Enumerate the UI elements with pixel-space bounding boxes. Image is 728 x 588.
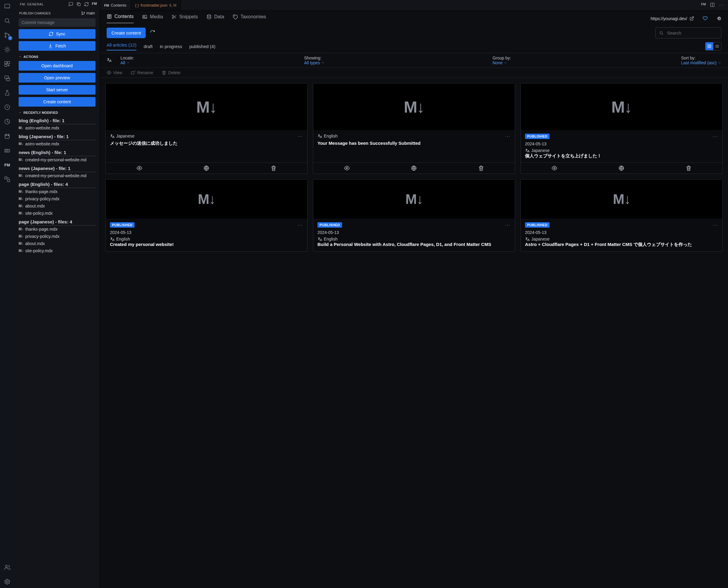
recent-file[interactable]: M↓about.mdx bbox=[19, 203, 96, 210]
content-card[interactable]: M↓English···Your Message has been Succes… bbox=[313, 83, 515, 174]
recent-group-title[interactable]: news (Japanese) - file: 1 bbox=[19, 163, 96, 172]
create-content-side-button[interactable]: Create content bbox=[19, 97, 96, 107]
recent-group-title[interactable]: page (Japanese) - files: 4 bbox=[19, 217, 96, 226]
timeline-icon[interactable] bbox=[3, 118, 11, 126]
recent-file[interactable]: M↓thanks-page.mdx bbox=[19, 226, 96, 233]
filter-published[interactable]: published (4) bbox=[189, 44, 215, 49]
op-rename[interactable]: Rename bbox=[131, 70, 153, 75]
content-card[interactable]: M↓PUBLISHED···2024-05-13JapaneseAstro + … bbox=[520, 179, 723, 251]
remote-icon[interactable] bbox=[3, 75, 11, 82]
settings-icon[interactable] bbox=[3, 578, 11, 586]
extensions-icon[interactable] bbox=[3, 60, 11, 68]
filter-all[interactable]: All articles (12) bbox=[107, 42, 136, 50]
search-icon[interactable] bbox=[3, 17, 11, 25]
split-icon[interactable] bbox=[710, 2, 715, 8]
card-more-icon[interactable]: ··· bbox=[298, 223, 303, 227]
nav-data[interactable]: Data bbox=[206, 14, 224, 23]
card-delete-icon[interactable] bbox=[686, 165, 692, 171]
site-link[interactable]: https://younagi.dev/ bbox=[651, 16, 694, 21]
recent-file[interactable]: M↓site-policy.mdx bbox=[19, 210, 96, 217]
card-globe-icon[interactable] bbox=[203, 165, 209, 171]
content-card[interactable]: M↓PUBLISHED···2024-05-13EnglishCreated m… bbox=[105, 179, 308, 251]
fm-small-icon[interactable]: FM bbox=[92, 2, 97, 7]
card-view-icon[interactable] bbox=[344, 165, 350, 171]
filter-progress[interactable]: in progress bbox=[160, 44, 182, 49]
card-delete-icon[interactable] bbox=[271, 165, 277, 171]
robot-icon[interactable] bbox=[3, 132, 11, 140]
fetch-button[interactable]: Fetch bbox=[19, 41, 96, 51]
accounts-icon[interactable] bbox=[3, 563, 11, 571]
card-delete-icon[interactable] bbox=[478, 165, 484, 171]
markdown-icon: M↓ bbox=[19, 197, 23, 201]
create-content-button[interactable]: Create content bbox=[107, 28, 146, 38]
card-view-icon[interactable] bbox=[136, 165, 142, 171]
locale-select[interactable]: All bbox=[121, 60, 136, 65]
content-card[interactable]: M↓PUBLISHED···2024-05-13EnglishBuild a P… bbox=[313, 179, 515, 251]
nav-media[interactable]: Media bbox=[142, 14, 163, 23]
nav-taxonomies[interactable]: Taxonomies bbox=[233, 14, 266, 23]
more-icon[interactable]: ··· bbox=[719, 2, 724, 8]
card-more-icon[interactable]: ··· bbox=[298, 134, 303, 139]
recent-file[interactable]: M↓created-my-personal-website.md bbox=[19, 172, 96, 179]
debug-icon[interactable] bbox=[3, 46, 11, 54]
fm-icon[interactable]: FM bbox=[3, 161, 11, 169]
start-server-button[interactable]: Start server bbox=[19, 85, 96, 94]
recent-group-title[interactable]: blog (Japanese) - file: 1 bbox=[19, 131, 96, 140]
recent-file[interactable]: M↓astro-website.mdx bbox=[19, 140, 96, 147]
card-more-icon[interactable]: ··· bbox=[713, 134, 718, 139]
op-delete[interactable]: Delete bbox=[162, 70, 180, 75]
group-select[interactable]: None bbox=[493, 60, 513, 65]
recent-file[interactable]: M↓thanks-page.mdx bbox=[19, 188, 96, 195]
container-icon[interactable] bbox=[3, 147, 11, 154]
search-input[interactable] bbox=[666, 30, 717, 36]
clock-icon[interactable] bbox=[3, 103, 11, 111]
tab-contents[interactable]: FM Contents bbox=[100, 0, 131, 10]
branch-indicator[interactable]: main bbox=[81, 11, 95, 15]
open-dashboard-button[interactable]: Open dashboard bbox=[19, 61, 96, 70]
commit-message-input[interactable]: Commit message bbox=[19, 18, 96, 27]
open-preview-button[interactable]: Open preview bbox=[19, 73, 96, 83]
card-more-icon[interactable]: ··· bbox=[505, 223, 511, 227]
fm-tool-icon[interactable]: FM bbox=[701, 2, 706, 8]
explorer-icon[interactable] bbox=[3, 2, 11, 10]
content-card[interactable]: M↓Japanese···メッセージの送信に成功しました bbox=[105, 83, 308, 174]
settings-gear-icon[interactable] bbox=[716, 16, 721, 22]
grid-view-icon[interactable] bbox=[706, 42, 713, 50]
panel-icon[interactable] bbox=[3, 175, 11, 183]
nav-contents[interactable]: Contents bbox=[107, 14, 134, 23]
beaker-icon[interactable] bbox=[3, 89, 11, 97]
nav-snippets[interactable]: Snippets bbox=[171, 14, 198, 23]
recent-group-title[interactable]: blog (English) - file: 1 bbox=[19, 115, 96, 124]
card-globe-icon[interactable] bbox=[411, 165, 417, 171]
card-more-icon[interactable]: ··· bbox=[505, 134, 511, 139]
recent-file[interactable]: M↓privacy-policy.mdx bbox=[19, 233, 96, 240]
filter-draft[interactable]: draft bbox=[144, 44, 152, 49]
recent-group-title[interactable]: page (English) - files: 4 bbox=[19, 179, 96, 188]
recent-group-title[interactable]: news (English) - file: 1 bbox=[19, 147, 96, 156]
heart-icon[interactable] bbox=[703, 15, 708, 22]
recent-file[interactable]: M↓about.mdx bbox=[19, 240, 96, 247]
card-title: 個人ウェブサイトを立ち上げました！ bbox=[525, 153, 718, 159]
card-view-icon[interactable] bbox=[552, 165, 557, 171]
refresh-icon[interactable] bbox=[84, 2, 89, 7]
card-more-icon[interactable]: ··· bbox=[713, 223, 718, 227]
card-globe-icon[interactable] bbox=[618, 165, 624, 171]
refresh-content-icon[interactable] bbox=[150, 30, 155, 36]
op-view[interactable]: View bbox=[107, 70, 122, 75]
content-card[interactable]: M↓PUBLISHED···2024-05-13Japanese個人ウェブサイト… bbox=[520, 83, 723, 174]
sync-button[interactable]: Sync bbox=[19, 29, 96, 39]
actions-collapsible[interactable]: ACTIONS bbox=[15, 52, 100, 60]
recent-collapsible[interactable]: RECENTLY MODIFIED bbox=[15, 108, 100, 115]
recent-file[interactable]: M↓privacy-policy.mdx bbox=[19, 195, 96, 203]
recent-file[interactable]: M↓created-my-personal-website.md bbox=[19, 156, 96, 163]
list-view-icon[interactable] bbox=[713, 42, 721, 50]
showing-select[interactable]: All types bbox=[304, 60, 325, 65]
tab-frontmatter-json[interactable]: { } frontmatter.json 6, M bbox=[131, 0, 181, 10]
chat-icon[interactable] bbox=[68, 2, 73, 7]
recent-file[interactable]: M↓site-policy.mdx bbox=[19, 247, 96, 254]
sort-select[interactable]: Last modified (asc) bbox=[681, 60, 721, 65]
copy-icon[interactable] bbox=[76, 2, 81, 7]
source-control-icon[interactable] bbox=[3, 31, 11, 39]
recent-file[interactable]: M↓astro-website.mdx bbox=[19, 124, 96, 131]
search-box[interactable] bbox=[655, 27, 721, 38]
